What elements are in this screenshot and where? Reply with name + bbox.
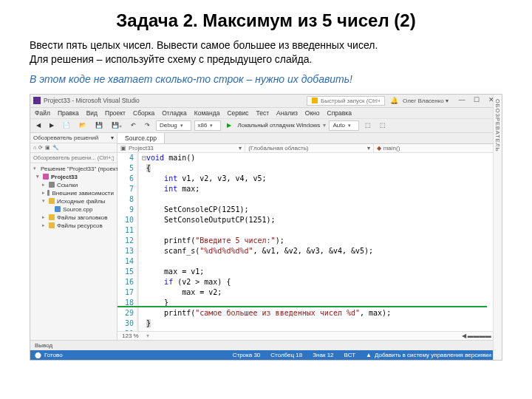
- menu-file[interactable]: Файл: [35, 109, 50, 117]
- nav-forward-button[interactable]: ▶: [47, 120, 57, 130]
- status-publish[interactable]: ▲ Добавить в систему управления версиями…: [366, 352, 497, 358]
- quick-launch[interactable]: [307, 96, 385, 106]
- solution-explorer-title: Обозреватель решений: [33, 134, 98, 141]
- project-node[interactable]: ▾Project33: [32, 173, 115, 181]
- menu-help[interactable]: Справка: [327, 109, 352, 117]
- extra-btn-2[interactable]: ⬚: [377, 120, 389, 130]
- status-ready-icon: ⬤: [35, 352, 41, 358]
- extra-btn-1[interactable]: ⬚: [362, 120, 374, 130]
- platform-select[interactable]: x86: [194, 120, 222, 131]
- code-content[interactable]: ⊟void main() { int v1, v2, v3, v4, v5; i…: [139, 153, 502, 331]
- editor-tab[interactable]: Source.cpp: [117, 133, 165, 143]
- menu-team[interactable]: Команда: [194, 109, 220, 117]
- auto-select[interactable]: Auto: [329, 120, 358, 131]
- minimize-button[interactable]: —: [454, 95, 469, 106]
- editor-footer: 123 % ▾ ◀ ▬▬▬▬ ▶: [117, 331, 502, 340]
- menu-test[interactable]: Тест: [256, 109, 269, 117]
- titlebar: Project33 - Microsoft Visual Studio 🔔 Ол…: [30, 95, 502, 108]
- undo-button[interactable]: ↶: [128, 120, 139, 130]
- code-area[interactable]: 45678910111213141516171829303132 ⊟void m…: [117, 153, 502, 331]
- nav-project[interactable]: ▣Project33▾: [117, 144, 245, 152]
- status-line: Строка 30: [233, 352, 261, 358]
- status-col: Столбец 18: [270, 352, 302, 358]
- right-toolwell[interactable]: ОБОЗРЕВАТЕЛЬ: [493, 95, 502, 360]
- status-char: Знак 12: [313, 352, 333, 358]
- tool-properties-icon[interactable]: 🔧: [52, 145, 59, 151]
- notification-icon[interactable]: 🔔: [388, 97, 400, 104]
- menu-edit[interactable]: Правка: [58, 109, 79, 117]
- slide-paragraph-2: Для решения – используйте схему с предыд…: [30, 52, 502, 66]
- tool-refresh-icon[interactable]: ⟳: [38, 145, 43, 151]
- config-select[interactable]: Debug: [156, 120, 191, 131]
- solution-explorer: Обозреватель решений ▾ ⌂ ⟳ ▣ 🔧 ▾Решение …: [30, 133, 117, 340]
- menu-window[interactable]: Окно: [305, 109, 320, 117]
- resource-files-node[interactable]: ▸Файлы ресурсов: [32, 222, 115, 230]
- collapse-marker-line: [117, 306, 487, 307]
- zoom-level[interactable]: 123 %: [122, 332, 139, 339]
- menu-analyze[interactable]: Анализ: [276, 109, 298, 117]
- quick-launch-icon: [312, 98, 318, 103]
- slide-title: Задача 2. Максимум из 5 чисел (2): [0, 0, 532, 38]
- new-button[interactable]: 📄: [60, 120, 73, 130]
- menu-debug[interactable]: Отладка: [162, 109, 187, 117]
- solution-search-input[interactable]: [33, 154, 114, 161]
- save-all-button[interactable]: 💾₊: [109, 120, 125, 130]
- open-button[interactable]: 📂: [76, 120, 89, 130]
- source-files-node[interactable]: ▾Исходные файлы: [32, 197, 115, 205]
- nav-member[interactable]: ◆main()▾: [374, 144, 502, 152]
- menu-build[interactable]: Сборка: [133, 109, 154, 117]
- visual-studio-window: Project33 - Microsoft Visual Studio 🔔 Ол…: [30, 94, 502, 361]
- maximize-button[interactable]: ☐: [469, 95, 484, 106]
- references-node[interactable]: ▸Ссылки: [32, 181, 115, 189]
- save-button[interactable]: 💾: [92, 120, 106, 130]
- menu-project[interactable]: Проект: [105, 109, 126, 117]
- redo-button[interactable]: ↷: [142, 120, 153, 130]
- vs-icon: [33, 97, 41, 104]
- start-debug-label[interactable]: Локальный отладчик Windows: [237, 122, 320, 129]
- header-files-node[interactable]: ▸Файлы заголовков: [32, 214, 115, 222]
- start-debug-button[interactable]: ▶: [224, 120, 234, 130]
- tool-showall-icon[interactable]: ▣: [45, 145, 50, 151]
- right-rail-label[interactable]: ОБОЗРЕВАТЕЛЬ: [494, 99, 501, 152]
- line-gutter: 45678910111213141516171829303132: [117, 153, 137, 331]
- menu-bar: Файл Правка Вид Проект Сборка Отладка Ко…: [30, 108, 502, 119]
- output-tab[interactable]: Вывод: [30, 340, 502, 350]
- source-file-item[interactable]: Source.cpp: [32, 205, 115, 214]
- menu-view[interactable]: Вид: [86, 109, 98, 117]
- nav-scope[interactable]: (Глобальная область)▾: [245, 144, 373, 152]
- solution-node[interactable]: ▾Решение "Project33" (проектов: 1): [32, 165, 115, 173]
- main-toolbar: ◀ ▶ 📄 📂 💾 💾₊ ↶ ↷ Debug x86 ▶ Локальный о…: [30, 119, 502, 133]
- pane-dropdown-icon[interactable]: ▾: [111, 134, 114, 141]
- tool-home-icon[interactable]: ⌂: [33, 145, 36, 151]
- external-deps-node[interactable]: ▸Внешние зависимости: [32, 189, 115, 197]
- status-ready: Готово: [44, 352, 63, 358]
- quick-launch-input[interactable]: [321, 98, 380, 104]
- status-ins: ВСТ: [344, 352, 355, 358]
- slide-paragraph-1: Ввести пять целых чисел. Вывести самое б…: [30, 38, 502, 52]
- slide-note: В этом коде не хватает сколько-то строк …: [30, 72, 502, 86]
- status-bar: ⬤Готово Строка 30 Столбец 18 Знак 12 ВСТ…: [30, 350, 502, 360]
- user-name[interactable]: Олег Власенко ▾: [403, 98, 449, 104]
- code-editor: Source.cpp ▣Project33▾ (Глобальная облас…: [117, 133, 502, 340]
- window-title: Project33 - Microsoft Visual Studio: [44, 97, 140, 104]
- nav-back-button[interactable]: ◀: [33, 120, 44, 130]
- menu-tools[interactable]: Сервис: [227, 109, 248, 117]
